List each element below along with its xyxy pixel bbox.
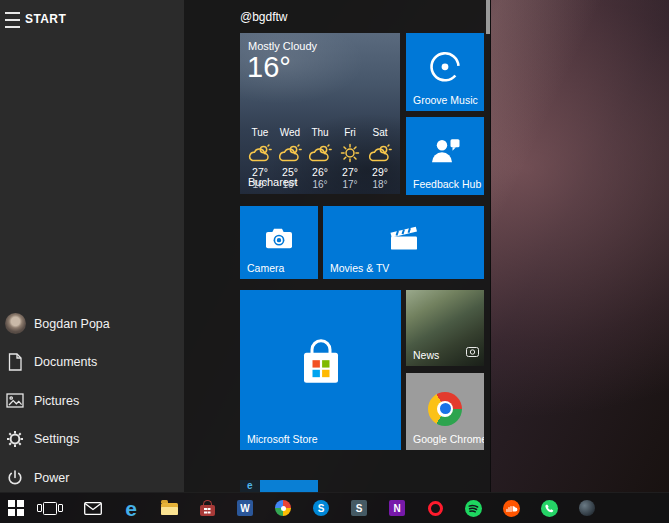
start-menu: START Bogdan Popa Documents Pictures (0, 0, 491, 493)
skype-icon: S (313, 500, 329, 516)
feedback-hub-icon (428, 136, 462, 170)
sidebar-item-label: Documents (34, 355, 97, 369)
tile-label: News (413, 349, 439, 361)
feedback-hub-tile[interactable]: Feedback Hub (406, 117, 484, 195)
start-sidebar: Bogdan Popa Documents Pictures Settings (0, 305, 184, 498)
taskbar-edge[interactable]: e (112, 493, 150, 523)
edge-icon: e (125, 498, 137, 519)
windows-logo-icon (8, 500, 24, 516)
dark-app-icon (579, 500, 595, 516)
partly-cloudy-icon (277, 141, 303, 163)
news-tile[interactable]: News (406, 290, 484, 366)
movies-tv-tile[interactable]: Movies & TV (323, 206, 484, 279)
store-bag-icon (295, 339, 347, 393)
store-icon (200, 505, 215, 516)
task-view-button[interactable] (32, 493, 68, 523)
camera-tile[interactable]: Camera (240, 206, 318, 279)
user-avatar (2, 311, 28, 337)
microsoft-store-tile[interactable]: Microsoft Store (240, 290, 401, 450)
taskbar: e W S S N (0, 492, 669, 523)
edge-tile-glyph: e (247, 480, 253, 491)
taskbar-spotify[interactable] (454, 493, 492, 523)
soundcloud-icon (503, 500, 520, 517)
taskbar-app-dark[interactable] (568, 493, 606, 523)
windows-desktop: START Bogdan Popa Documents Pictures (0, 0, 669, 523)
taskbar-whatsapp[interactable] (530, 493, 568, 523)
mail-icon (84, 502, 102, 515)
tile-label: Feedback Hub (413, 178, 481, 190)
taskbar-skype[interactable]: S (302, 493, 340, 523)
word-icon: W (237, 500, 253, 516)
taskbar-app-s[interactable]: S (340, 493, 378, 523)
document-icon (2, 349, 28, 375)
tile-label: Groove Music (413, 94, 478, 106)
taskbar-onenote[interactable]: N (378, 493, 416, 523)
clapperboard-icon (388, 225, 420, 255)
tile-group-label[interactable]: @bgdftw (240, 10, 288, 24)
taskbar-word[interactable]: W (226, 493, 264, 523)
taskbar-file-explorer[interactable] (150, 493, 188, 523)
start-menu-title: START (25, 12, 66, 26)
weather-city: Bucharest (248, 176, 298, 188)
hamburger-menu-button[interactable] (5, 12, 25, 28)
sidebar-item-pictures[interactable]: Pictures (0, 382, 184, 421)
onenote-icon: N (389, 500, 405, 516)
camera-icon (264, 227, 294, 254)
pictures-icon (2, 388, 28, 414)
partly-cloudy-icon (367, 141, 393, 163)
taskbar-store[interactable] (188, 493, 226, 523)
taskbar-opera[interactable] (416, 493, 454, 523)
sidebar-item-label: Pictures (34, 394, 79, 408)
chrome-logo-icon (428, 392, 462, 426)
sidebar-item-label: Power (34, 471, 69, 485)
task-view-icon (43, 502, 57, 515)
weather-current-temp: 16° (247, 51, 291, 84)
tile-label: Microsoft Store (247, 433, 318, 445)
taskbar-soundcloud[interactable] (492, 493, 530, 523)
gear-icon (2, 426, 28, 452)
google-chrome-tile[interactable]: Google Chrome (406, 373, 484, 450)
s-app-icon: S (351, 500, 367, 516)
forecast-day: Sat 29° 18° (365, 127, 395, 190)
forecast-day: Thu 26° 16° (305, 127, 335, 190)
groove-music-icon (427, 49, 463, 89)
whatsapp-icon (541, 500, 558, 517)
opera-icon (428, 501, 443, 516)
weather-tile[interactable]: Mostly Cloudy 16° Tue 27° 16° Wed 25° 16… (240, 33, 400, 194)
spotify-icon (465, 500, 482, 517)
sidebar-item-label: Bogdan Popa (34, 317, 110, 331)
news-camera-badge-icon (466, 343, 479, 361)
tile-label: Movies & TV (330, 262, 389, 274)
sunny-icon (339, 141, 361, 163)
tile-label: Camera (247, 262, 284, 274)
tile-label: Google Chrome (413, 433, 484, 445)
file-explorer-icon (161, 503, 178, 515)
sidebar-item-label: Settings (34, 432, 79, 446)
start-button[interactable] (0, 493, 32, 523)
partly-cloudy-icon (307, 141, 333, 163)
forecast-day: Fri 27° 17° (335, 127, 365, 190)
groove-music-tile[interactable]: Groove Music (406, 33, 484, 111)
photos-pinwheel-icon (275, 500, 291, 516)
partly-cloudy-icon (247, 141, 273, 163)
sidebar-item-documents[interactable]: Documents (0, 343, 184, 382)
sidebar-item-user[interactable]: Bogdan Popa (0, 305, 184, 344)
taskbar-mail[interactable] (74, 493, 112, 523)
power-icon (2, 465, 28, 491)
sidebar-item-settings[interactable]: Settings (0, 420, 184, 459)
taskbar-photos[interactable] (264, 493, 302, 523)
start-menu-scrollbar[interactable] (486, 0, 490, 34)
